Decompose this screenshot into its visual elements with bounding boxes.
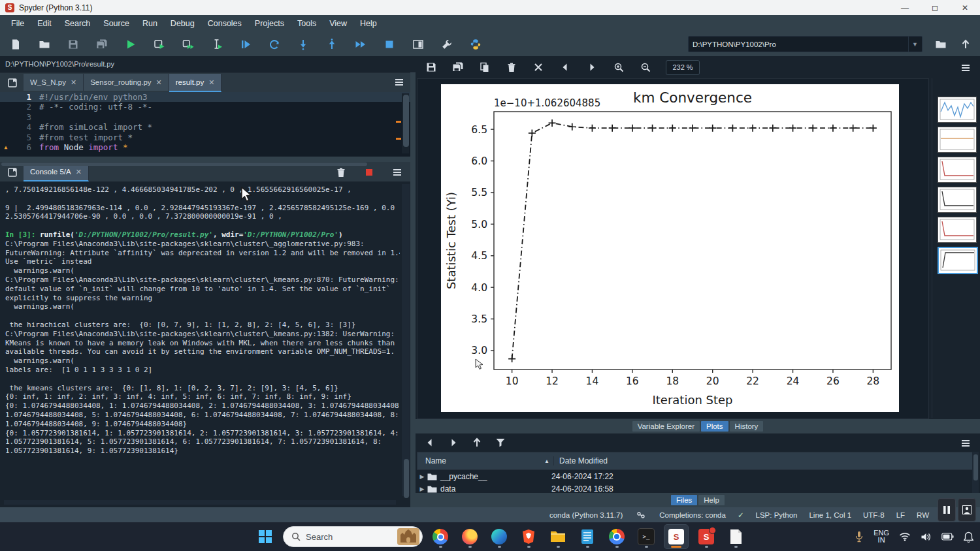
save-plot-icon[interactable] bbox=[425, 61, 438, 74]
console-tab[interactable]: Console 5/A ✕ bbox=[24, 163, 89, 181]
browse-directory-icon[interactable] bbox=[934, 38, 947, 51]
copy-plot-icon[interactable] bbox=[478, 61, 491, 74]
plot-zoom-level[interactable]: 232 % bbox=[666, 60, 700, 75]
plot-thumbnail-1[interactable] bbox=[938, 97, 977, 123]
taskbar-app-chrome-profile[interactable] bbox=[605, 525, 629, 548]
taskbar-app-firefox[interactable] bbox=[458, 525, 482, 548]
menu-consoles[interactable]: Consoles bbox=[202, 17, 248, 30]
files-options-icon[interactable] bbox=[959, 437, 972, 450]
taskbar-app-spyder-installer[interactable]: S bbox=[694, 525, 718, 548]
menu-tools[interactable]: Tools bbox=[291, 17, 322, 30]
wifi-icon[interactable] bbox=[899, 532, 911, 541]
debug-file-icon[interactable] bbox=[239, 38, 252, 51]
eol-status[interactable]: LF bbox=[896, 511, 905, 519]
close-icon[interactable]: ✕ bbox=[76, 168, 82, 176]
files-filter-icon[interactable] bbox=[494, 436, 507, 449]
bell-icon[interactable] bbox=[964, 531, 973, 543]
maximize-button[interactable]: ◻ bbox=[920, 0, 950, 15]
console-options-icon[interactable] bbox=[391, 166, 404, 179]
remove-console-icon[interactable] bbox=[335, 166, 348, 179]
next-plot-icon[interactable] bbox=[585, 61, 598, 74]
close-button[interactable]: ✕ bbox=[950, 0, 980, 15]
plot-thumbnail-4[interactable] bbox=[938, 187, 977, 213]
lsp-status[interactable]: LSP: Python bbox=[756, 511, 798, 519]
menu-search[interactable]: Search bbox=[59, 17, 97, 30]
editor-scrollbar-thumb[interactable] bbox=[403, 95, 409, 147]
remove-plot-icon[interactable] bbox=[505, 61, 518, 74]
expand-chevron-icon[interactable]: ▶ bbox=[417, 486, 427, 492]
taskbar-search[interactable]: Search bbox=[283, 526, 423, 547]
stop-icon[interactable] bbox=[383, 38, 396, 51]
menu-file[interactable]: File bbox=[5, 17, 30, 30]
plot-thumbnail-5[interactable] bbox=[938, 217, 977, 243]
editor-tab-W_S_N.py[interactable]: W_S_N.py✕ bbox=[24, 74, 84, 91]
plots-options-icon[interactable] bbox=[959, 61, 972, 74]
column-date-modified[interactable]: Date Modified bbox=[554, 456, 608, 465]
expand-chevron-icon[interactable]: ▶ bbox=[417, 473, 427, 480]
browse-tabs-icon[interactable] bbox=[4, 74, 21, 91]
console-output[interactable]: , 7.750149216856148e-122 , 4.46668503494… bbox=[0, 183, 400, 499]
editor-tab-result.py[interactable]: result.py✕ bbox=[169, 74, 222, 92]
zoom-in-icon[interactable] bbox=[612, 61, 625, 74]
code-line-2[interactable]: 2# -*- coding: utf-8 -*- bbox=[0, 102, 410, 112]
plot-thumbnail-2[interactable] bbox=[938, 127, 977, 153]
taskbar-app-file-explorer[interactable] bbox=[546, 525, 570, 548]
interrupt-kernel-icon[interactable] bbox=[363, 166, 376, 179]
close-icon[interactable]: ✕ bbox=[71, 78, 76, 87]
code-line-1[interactable]: 1#!/usr/bin/env python3 bbox=[0, 92, 410, 102]
step-into-icon[interactable] bbox=[297, 38, 310, 51]
python-manager-icon[interactable] bbox=[469, 38, 482, 51]
console-hscrollbar-thumb[interactable] bbox=[1, 163, 367, 166]
code-line-5[interactable]: 5#from test import * bbox=[0, 133, 410, 142]
code-line-4[interactable]: 4#from simLocal import * bbox=[0, 122, 410, 132]
maximize-pane-icon[interactable] bbox=[412, 38, 425, 51]
matplotlib-figure[interactable]: 101214161820222426283.03.54.04.55.05.56.… bbox=[441, 84, 899, 412]
files-parent-icon[interactable] bbox=[470, 436, 483, 449]
save-all-plots-icon[interactable] bbox=[451, 61, 465, 74]
start-button[interactable] bbox=[253, 525, 277, 548]
volume-icon[interactable] bbox=[921, 532, 932, 542]
browse-tabs-icon[interactable] bbox=[4, 164, 21, 181]
conda-env-status[interactable]: conda (Python 3.11.7) bbox=[549, 511, 623, 519]
run-selection-icon[interactable] bbox=[210, 38, 223, 51]
tab-plots[interactable]: Plots bbox=[701, 421, 728, 432]
close-icon[interactable]: ✕ bbox=[208, 78, 214, 87]
parent-directory-icon[interactable] bbox=[959, 38, 972, 51]
microphone-icon[interactable] bbox=[855, 531, 864, 543]
column-name[interactable]: Name bbox=[425, 456, 446, 465]
search-highlight-image[interactable] bbox=[397, 528, 419, 545]
menu-debug[interactable]: Debug bbox=[165, 17, 201, 30]
plot-thumbnail-3[interactable] bbox=[938, 157, 977, 183]
menu-view[interactable]: View bbox=[323, 17, 353, 30]
editor-options-icon[interactable] bbox=[393, 76, 405, 88]
close-icon[interactable]: ✕ bbox=[156, 78, 162, 87]
working-directory-combobox[interactable]: D:\PYTHON\PY1002\Pro ▼ bbox=[688, 36, 923, 52]
plot-thumbnail-6[interactable] bbox=[938, 247, 978, 274]
tab-variable-explorer[interactable]: Variable Explorer bbox=[632, 421, 700, 432]
file-row-__pycache__[interactable]: ▶__pycache__24-06-2024 17:22 bbox=[417, 470, 973, 482]
taskbar-app-edge[interactable] bbox=[487, 525, 511, 548]
chevron-down-icon[interactable]: ▼ bbox=[908, 37, 918, 52]
minimize-button[interactable]: — bbox=[890, 0, 920, 15]
zoom-out-icon[interactable] bbox=[639, 61, 652, 74]
taskbar-app-notepad-doc[interactable] bbox=[724, 525, 747, 548]
tab-history[interactable]: History bbox=[730, 421, 764, 432]
taskbar-app-brave[interactable] bbox=[517, 525, 540, 548]
code-editor[interactable]: 1#!/usr/bin/env python32# -*- coding: ut… bbox=[0, 92, 410, 156]
console-scrollbar-thumb[interactable] bbox=[404, 459, 409, 498]
run-cell-advance-icon[interactable] bbox=[182, 38, 195, 51]
open-file-icon[interactable] bbox=[38, 38, 51, 51]
files-forward-icon[interactable] bbox=[447, 436, 460, 449]
tab-files[interactable]: Files bbox=[671, 495, 697, 505]
files-back-icon[interactable] bbox=[423, 436, 436, 449]
save-icon[interactable] bbox=[67, 38, 80, 51]
menu-run[interactable]: Run bbox=[137, 17, 163, 30]
previous-plot-icon[interactable] bbox=[559, 61, 572, 74]
save-all-icon[interactable] bbox=[95, 38, 108, 51]
files-scrollbar-thumb[interactable] bbox=[973, 454, 978, 480]
menu-edit[interactable]: Edit bbox=[31, 17, 57, 30]
battery-icon[interactable] bbox=[941, 533, 954, 541]
language-indicator[interactable]: ENGIN bbox=[874, 529, 889, 544]
run-cell-icon[interactable] bbox=[153, 38, 166, 51]
close-all-plots-icon[interactable] bbox=[532, 61, 545, 74]
